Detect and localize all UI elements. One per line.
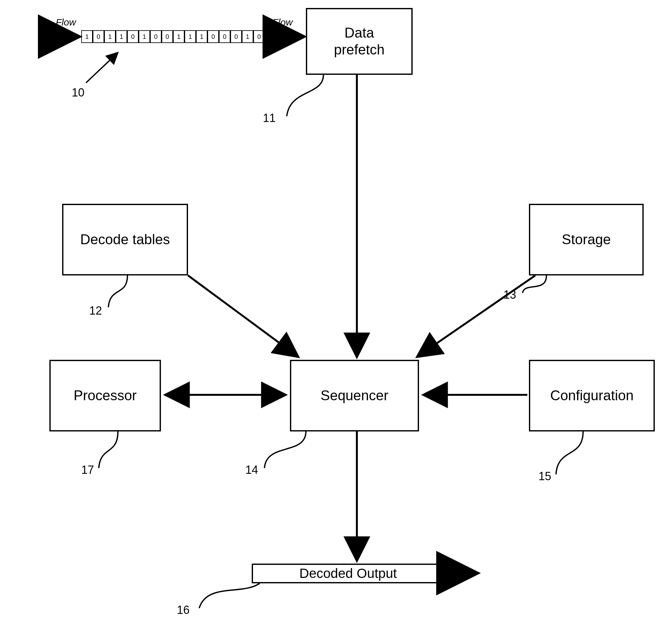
ref-decode-tables: 12 [89, 304, 102, 318]
bit-cell: 0 [253, 30, 265, 43]
lead-14-icon [264, 431, 306, 468]
ref-decoded-output: 16 [177, 603, 190, 617]
lead-12-icon [108, 275, 127, 307]
bit-cell: 1 [173, 30, 185, 43]
box-decoded-output: Decoded Output [252, 564, 445, 583]
box-sequencer: Sequencer [290, 360, 419, 431]
bit-cell: 0 [150, 30, 162, 43]
label-decoded-output: Decoded Output [299, 566, 397, 581]
label-data-prefetch: Dataprefetch [334, 25, 385, 58]
bit-cell: 1 [185, 30, 196, 43]
ref-configuration: 15 [538, 470, 551, 483]
bit-cell: 0 [127, 30, 139, 43]
arrow-storage-to-sequencer-icon [417, 275, 535, 357]
diagram-stage: Flow Flow 1011010011100010 Dataprefetch … [0, 0, 672, 626]
label-configuration: Configuration [550, 387, 634, 404]
ref-storage: 13 [503, 288, 516, 302]
bit-cell: 1 [116, 30, 127, 43]
label-storage: Storage [562, 231, 611, 248]
lead-11-icon [287, 75, 323, 116]
lead-16-icon [199, 583, 260, 608]
arrow-decode-to-sequencer-icon [188, 275, 298, 357]
label-sequencer: Sequencer [320, 387, 388, 404]
ref-sequencer: 14 [245, 463, 258, 477]
flow-label-right: Flow [272, 17, 292, 28]
bit-cell: 0 [231, 30, 242, 43]
box-decode-tables: Decode tables [62, 204, 188, 275]
lead-13-icon [523, 275, 547, 293]
box-storage: Storage [529, 204, 644, 275]
bit-cell: 0 [162, 30, 173, 43]
box-processor: Processor [49, 360, 161, 431]
bit-cell: 0 [219, 30, 231, 43]
label-processor: Processor [74, 387, 137, 404]
ref-processor: 17 [81, 463, 94, 477]
bit-cell: 0 [93, 30, 104, 43]
box-data-prefetch: Dataprefetch [306, 8, 413, 75]
bit-cell: 1 [139, 30, 150, 43]
ref-arrow-bitstream-icon [86, 53, 118, 83]
bit-cell: 1 [242, 30, 253, 43]
label-decode-tables: Decode tables [80, 231, 170, 248]
lead-15-icon [556, 431, 583, 474]
ref-bitstream: 10 [72, 86, 85, 99]
box-configuration: Configuration [529, 360, 655, 431]
bit-cell: 1 [81, 30, 93, 43]
bit-cell: 1 [104, 30, 116, 43]
ref-data-prefetch: 11 [263, 111, 275, 125]
bit-cell: 1 [196, 30, 208, 43]
lead-17-icon [99, 431, 118, 468]
bit-cell: 0 [208, 30, 219, 43]
flow-label-left: Flow [56, 17, 76, 28]
